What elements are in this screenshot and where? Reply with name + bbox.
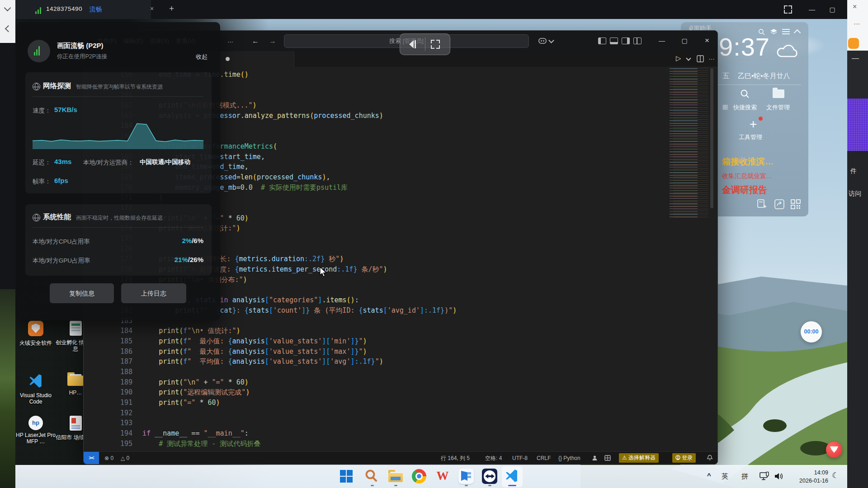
vscode-maximize-button[interactable]: ▢ <box>677 35 692 46</box>
tray-clock[interactable]: 14:09 2026-01-16 <box>791 469 828 485</box>
session-tab[interactable]: 1428375490 流畅 × <box>15 0 151 19</box>
code-line[interactable]: 189 print("\n" + "=" * 60) <box>107 377 663 388</box>
floating-assistant-ball[interactable] <box>826 441 842 458</box>
ime-english-indicator[interactable]: 英 <box>722 472 728 481</box>
desktop-icon-huorong[interactable]: 火绒安全软件 <box>16 321 56 346</box>
file-explorer-icon[interactable] <box>388 469 403 484</box>
viewer-minimize-button[interactable]: — <box>804 4 820 15</box>
chevron-down-icon[interactable] <box>686 56 691 61</box>
editor-scrollbar[interactable] <box>710 68 713 208</box>
start-button[interactable] <box>340 469 355 485</box>
table-icon[interactable] <box>604 452 611 465</box>
layers-icon[interactable] <box>770 28 778 38</box>
vscode-taskbar-icon[interactable] <box>505 469 520 484</box>
assistant-lunar-date: 乙巳•蛇•冬月廿八 <box>738 72 790 80</box>
code-line[interactable]: 192 <box>107 408 663 418</box>
problems-warnings[interactable]: △ 0 <box>121 452 129 465</box>
minimap[interactable] <box>670 68 713 217</box>
login-button[interactable]: 登录 <box>672 453 696 463</box>
toggle-panel-icon[interactable] <box>610 38 618 44</box>
docs-app-icon[interactable] <box>458 469 474 484</box>
code-line[interactable]: 195 # 测试异常处理 - 测试代码折叠 <box>107 439 663 449</box>
code-line[interactable]: 186 print(f" 最大值: {analysis['value_stats… <box>107 347 663 357</box>
upload-log-button[interactable]: 上传日志 <box>121 283 186 303</box>
toggle-secondary-sidebar-icon[interactable] <box>622 38 630 44</box>
collapse-button[interactable]: 收起 <box>196 53 208 61</box>
indent-setting[interactable]: 空格: 4 <box>485 452 502 465</box>
fullscreen-icon[interactable] <box>431 40 440 49</box>
host-minimize-icon[interactable]: — <box>852 54 859 62</box>
vscode-minimize-button[interactable]: — <box>654 35 670 46</box>
cursor-position[interactable]: 行 164, 列 5 <box>441 452 470 465</box>
taskbar-search-icon[interactable] <box>364 469 380 484</box>
screen: 火绒安全软件 创业孵化 情况信息 Visual Studio Code HP… <box>0 0 868 488</box>
remote-indicator[interactable]: >< <box>84 452 99 465</box>
night-mode-icon[interactable]: ☾ <box>832 471 839 480</box>
code-line[interactable]: 185 print(f" 最小值: {analysis['value_stats… <box>107 336 663 347</box>
remote-control-toolbar[interactable] <box>400 33 450 55</box>
session-quality-badge[interactable]: 流畅 <box>90 5 102 14</box>
select-interpreter-button[interactable]: ⚠ 选择解释器 <box>619 453 659 463</box>
feature-label-files[interactable]: 文件管理 <box>766 103 790 112</box>
qr-code-icon[interactable] <box>791 199 801 211</box>
code-line[interactable]: 193 <box>107 418 663 428</box>
desktop-icon-vscode[interactable]: Visual Studio Code <box>16 373 56 405</box>
host-file-fragment: 件 <box>850 167 857 175</box>
assistant-note-1[interactable]: 箱接收淮滨… <box>722 156 774 168</box>
run-button[interactable]: ▷ <box>676 54 681 62</box>
copilot-icon[interactable] <box>538 37 547 46</box>
vscode-close-button[interactable]: × <box>699 35 715 46</box>
eol-setting[interactable]: CRLF <box>537 452 551 465</box>
ime-pinyin-indicator[interactable]: 拼 <box>741 472 748 481</box>
search-icon[interactable] <box>740 89 750 101</box>
toggle-sidebar-icon[interactable] <box>598 38 606 44</box>
volume-icon[interactable] <box>774 472 784 483</box>
chevron-down-icon[interactable] <box>548 38 554 43</box>
assistant-note-3[interactable]: 金调研报告 <box>722 184 767 196</box>
menu-icon[interactable] <box>782 28 790 37</box>
note-add-icon[interactable] <box>757 199 766 211</box>
editor-actions-more[interactable]: … <box>708 54 715 61</box>
code-line[interactable]: 190 print("远程编辑测试完成") <box>107 387 663 398</box>
code-line[interactable]: 188 <box>107 367 663 377</box>
tools-label[interactable]: 工具管理 <box>739 133 762 141</box>
chevron-up-icon[interactable] <box>794 29 801 37</box>
encoding[interactable]: UTF-8 <box>512 452 528 465</box>
code-line[interactable]: 194if __name__ == "__main__": <box>107 428 663 439</box>
host-close-icon[interactable]: × <box>853 3 857 11</box>
wps-icon[interactable]: W <box>435 469 450 484</box>
feature-label-search[interactable]: 快捷搜索 <box>733 103 757 112</box>
pointer-control-icon[interactable] <box>407 39 417 51</box>
host-more-icon[interactable]: … <box>854 18 860 26</box>
chrome-icon[interactable] <box>411 469 427 484</box>
code-line[interactable]: 187 print(f" 平均值: {analysis['value_stats… <box>107 357 663 367</box>
nav-back-icon[interactable]: ← <box>252 37 259 45</box>
code-line[interactable]: 184 print(f"\n• 值统计:") <box>107 326 663 336</box>
bell-icon[interactable] <box>707 452 713 465</box>
nav-forward-icon[interactable]: → <box>269 37 276 45</box>
tab-close-icon[interactable]: × <box>150 5 154 12</box>
viewer-fullscreen-icon[interactable] <box>784 5 792 14</box>
language-mode[interactable]: {} Python <box>558 452 580 465</box>
code-line[interactable]: 191 print("=" * 60) <box>107 398 663 408</box>
chevron-down-icon[interactable] <box>4 5 11 12</box>
viewer-maximize-button[interactable]: ▢ <box>825 4 840 15</box>
menu-overflow[interactable]: … <box>227 37 233 44</box>
feature-label-fragment[interactable]: 眼 <box>722 103 728 112</box>
split-editor-icon[interactable] <box>697 55 704 64</box>
network-icon[interactable] <box>760 472 769 483</box>
share-icon[interactable] <box>774 199 784 211</box>
problems-errors[interactable]: ⊗ 0 <box>104 452 113 465</box>
timer-widget[interactable]: 00:00 <box>801 321 822 343</box>
desktop-icon-hp-printer[interactable]: hp HP LaserJet Pro MFP … <box>16 416 56 445</box>
folder-icon[interactable] <box>773 89 784 98</box>
plus-icon[interactable]: + <box>750 117 757 131</box>
tray-expand-icon[interactable]: ^ <box>707 472 711 479</box>
copy-info-button[interactable]: 复制信息 <box>50 283 114 303</box>
assistant-note-2[interactable]: 收集汇总就业宣… <box>722 172 773 180</box>
teamviewer-icon[interactable] <box>482 469 497 484</box>
chevron-left-icon[interactable] <box>5 25 12 33</box>
new-session-button[interactable]: + <box>169 4 174 14</box>
python-env-icon[interactable] <box>592 452 598 465</box>
customize-layout-icon[interactable] <box>633 38 642 44</box>
